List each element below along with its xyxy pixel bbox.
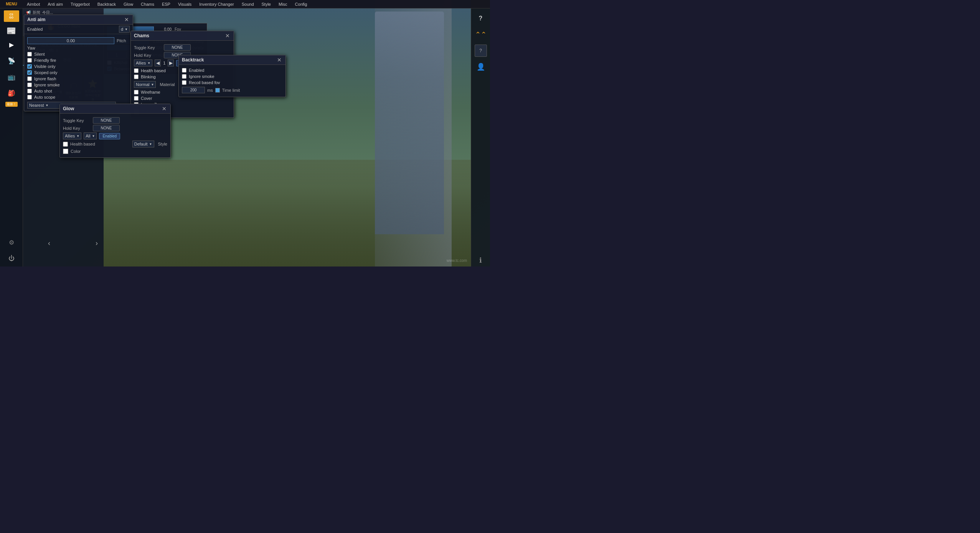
backtrack-enabled-checkbox[interactable]	[182, 68, 186, 73]
glow-toggle-key-btn[interactable]: NONE	[93, 117, 120, 124]
antiaim-yaw-label: Yaw	[27, 46, 35, 50]
backtrack-time-limit-label: Time limit	[222, 88, 240, 93]
backtrack-time-input[interactable]	[182, 87, 205, 93]
backtrack-close[interactable]: ✕	[276, 57, 282, 63]
sidebar-tv-icon[interactable]: 📺	[5, 70, 18, 84]
chams-hold-key-label: Hold Key	[134, 53, 161, 58]
sidebar-news-icon[interactable]: 📰	[7, 26, 16, 35]
menu-glow[interactable]: Glow	[120, 0, 137, 8]
menu-bar: MENU Aimbot Anti aim Triggerbot Backtrac…	[0, 0, 490, 8]
antiaim-auto-scope-row: Auto scope	[27, 94, 130, 100]
antiaim-title: Anti aim	[27, 17, 45, 22]
sidebar-inventory-icon[interactable]: 🎒	[5, 86, 18, 100]
glow-hold-key-row: Hold Key NONE	[63, 125, 167, 131]
menu-esp[interactable]: ESP	[158, 0, 174, 8]
antiaim-friendly-fire-checkbox[interactable]	[27, 58, 32, 63]
backtrack-header[interactable]: Backtrack ✕	[179, 55, 285, 65]
backtrack-body: Enabled Ignore smoke Recoil based fov ms…	[179, 65, 285, 97]
glow-panel: Glow ✕ Toggle Key NONE Hold Key NONE All…	[59, 104, 171, 158]
glow-toggle-key-label: Toggle Key	[63, 118, 90, 123]
glow-close[interactable]: ✕	[161, 106, 167, 112]
glow-style-label: Style	[157, 142, 167, 146]
csgo-logo: CSGO	[4, 10, 19, 22]
sidebar-power-icon[interactable]: ⏻	[5, 252, 18, 265]
glow-health-based-checkbox[interactable]	[63, 142, 68, 147]
menu-sound[interactable]: Sound	[238, 0, 258, 8]
menu-aimbot[interactable]: Aimbot	[23, 0, 44, 8]
chams-page-prev[interactable]: ◀	[155, 60, 161, 66]
chams-blinking-checkbox[interactable]	[134, 74, 139, 79]
antiaim-visible-only-checkbox[interactable]	[27, 64, 32, 69]
chams-title: Chams	[134, 33, 149, 38]
antiaim-scoped-only-label: Scoped only	[34, 70, 58, 75]
glow-default-dropdown[interactable]: Default ▼	[132, 141, 154, 147]
antiaim-ignore-smoke-row: Ignore smoke	[27, 82, 130, 88]
menu-triggerbot[interactable]: Triggerbot	[67, 0, 94, 8]
backtrack-time-limit-swatch[interactable]	[215, 88, 220, 93]
info-icon[interactable]: ℹ	[475, 254, 487, 266]
chams-cover-label: Cover	[141, 96, 152, 101]
chams-health-based-label: Health based	[141, 68, 166, 73]
antiaim-header[interactable]: Anti aim ✕	[24, 15, 133, 25]
menu-backtrack[interactable]: Backtrack	[94, 0, 120, 8]
carousel-next[interactable]: ›	[96, 239, 98, 247]
glow-allies-dropdown[interactable]: Allies ▼	[63, 132, 81, 139]
csgo-sidebar: CSGO 📰 ▶ 📡 📺 🎒 最新！ ⚙ ⏻	[0, 8, 23, 266]
backtrack-time-row: ms Time limit	[182, 87, 282, 93]
chams-close[interactable]: ✕	[224, 33, 231, 39]
antiaim-scoped-only-checkbox[interactable]	[27, 70, 32, 75]
menu-style[interactable]: Style	[258, 0, 275, 8]
backtrack-panel: Backtrack ✕ Enabled Ignore smoke Recoil …	[178, 55, 286, 97]
glow-all-dropdown[interactable]: All ▼	[84, 132, 97, 139]
menu-visuals[interactable]: Visuals	[174, 0, 195, 8]
sidebar-radar-icon[interactable]: 📡	[5, 54, 18, 68]
glow-hold-key-btn[interactable]: NONE	[93, 125, 120, 131]
backtrack-ignore-smoke-checkbox[interactable]	[182, 74, 186, 79]
antiaim-enabled-dropdown[interactable]: d ▼	[119, 26, 130, 33]
chams-wireframe-checkbox[interactable]	[134, 90, 139, 94]
menu-antiaim[interactable]: Anti aim	[44, 0, 67, 8]
antiaim-auto-shot-checkbox[interactable]	[27, 89, 32, 93]
backtrack-enabled-label: Enabled	[189, 68, 204, 73]
glow-enabled-btn[interactable]: Enabled	[99, 133, 120, 139]
antiaim-pitch-label: Pitch	[114, 38, 130, 43]
backtrack-enabled-row: Enabled	[182, 67, 282, 73]
person-icon[interactable]: 👤	[475, 61, 487, 73]
chams-page-next[interactable]: ▶	[168, 60, 174, 66]
chams-header[interactable]: Chams ✕	[131, 31, 234, 41]
antiaim-auto-scope-label: Auto scope	[34, 95, 55, 99]
chams-cover-checkbox[interactable]	[134, 96, 139, 101]
chevron-up-icon[interactable]: ⌃⌃	[475, 28, 487, 41]
carousel-prev[interactable]: ‹	[48, 239, 50, 247]
backtrack-recoil-checkbox[interactable]	[182, 80, 186, 85]
menu-misc[interactable]: Misc	[275, 0, 291, 8]
backtrack-recoil-row: Recoil based fov	[182, 79, 282, 86]
antiaim-silent-checkbox[interactable]	[27, 52, 32, 56]
antiaim-silent-label: Silent	[34, 52, 45, 56]
chams-normal-dropdown[interactable]: Normal ▼	[134, 81, 156, 88]
menu-chams[interactable]: Chams	[137, 0, 158, 8]
antiaim-auto-scope-checkbox[interactable]	[27, 95, 32, 99]
glow-header[interactable]: Glow ✕	[60, 104, 170, 114]
chams-wireframe-label: Wireframe	[141, 90, 160, 94]
glow-color-swatch[interactable]	[63, 149, 68, 154]
chams-health-based-checkbox[interactable]	[134, 68, 139, 73]
menu-config[interactable]: Config	[291, 0, 311, 8]
antiaim-auto-shot-label: Auto shot	[34, 89, 52, 93]
chams-blinking-label: Blinking	[141, 74, 156, 79]
question-small-icon[interactable]: ?	[475, 45, 487, 57]
chams-allies-dropdown[interactable]: Allies ▼	[134, 60, 152, 66]
antiaim-close[interactable]: ✕	[124, 17, 130, 23]
glow-hold-key-label: Hold Key	[63, 126, 90, 131]
glow-allies-row: Allies ▼ All ▼ Enabled	[63, 132, 167, 139]
sidebar-play-icon[interactable]: ▶	[5, 38, 18, 51]
antiaim-pitch-input[interactable]	[27, 37, 114, 44]
help-icon[interactable]: ?	[475, 12, 487, 25]
backtrack-ignore-smoke-row: Ignore smoke	[182, 73, 282, 79]
backtrack-ignore-smoke-label: Ignore smoke	[189, 74, 214, 79]
antiaim-ignore-smoke-checkbox[interactable]	[27, 83, 32, 87]
antiaim-ignore-flash-checkbox[interactable]	[27, 76, 32, 81]
menu-inventory-changer[interactable]: Inventory Changer	[195, 0, 238, 8]
chams-toggle-key-btn[interactable]: NONE	[164, 44, 191, 51]
sidebar-settings-icon[interactable]: ⚙	[5, 235, 18, 249]
